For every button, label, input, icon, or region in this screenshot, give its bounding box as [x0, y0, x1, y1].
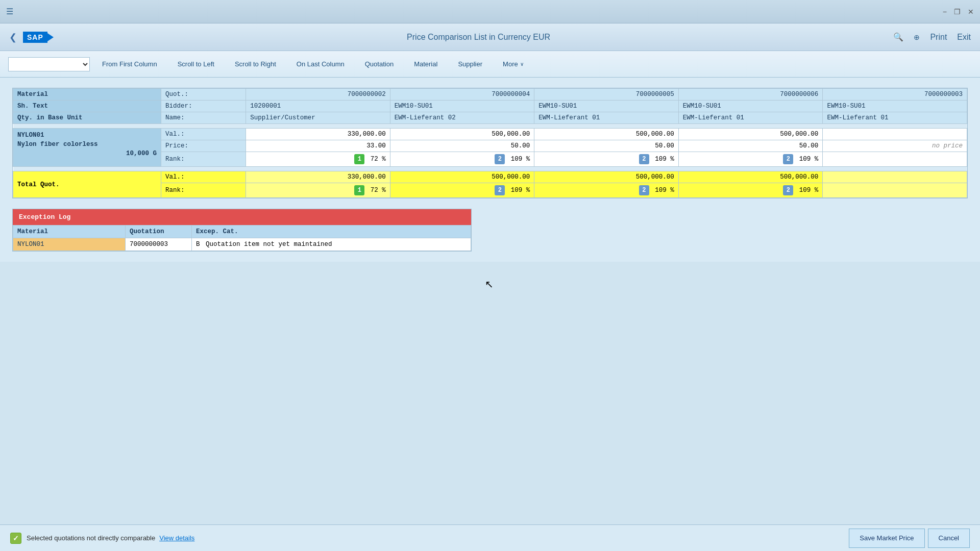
- price-table: Material Quot.: 7000000002 7000000004 70…: [13, 88, 967, 198]
- header-name-4: EWM-Lieferant 01: [678, 112, 823, 124]
- view-select[interactable]: [8, 57, 90, 71]
- save-market-price-button[interactable]: Save Market Price: [849, 529, 924, 548]
- total-val-col1: 330,000.00: [246, 171, 390, 183]
- exception-row: NYLON01 7000000003 B Quotation item not …: [13, 238, 471, 251]
- total-label: Total Quot.: [13, 171, 161, 198]
- rank-badge-4: 2: [783, 154, 793, 164]
- scroll-to-left-button[interactable]: Scroll to Left: [169, 55, 223, 73]
- app-header: ❮ SAP Price Comparison List in Currency …: [0, 23, 980, 51]
- rank-pct-1: 72 %: [371, 156, 386, 163]
- header-material-label: Material: [13, 89, 161, 101]
- val-col5: [823, 129, 967, 140]
- header-bidder-5: EWM10-SU01: [823, 101, 967, 112]
- val-col3: 500,000.00: [534, 129, 679, 140]
- rank-col3: 2 109 %: [534, 152, 679, 167]
- status-checkbox: ✓: [10, 533, 21, 544]
- exc-col-quotation: Quotation: [126, 226, 192, 238]
- header-shtext-label: Sh. Text: [13, 101, 161, 112]
- header-quot-3: 7000000005: [534, 89, 679, 101]
- exc-col-cat: Excep. Cat.: [192, 226, 471, 238]
- rank-badge-3: 2: [639, 154, 649, 164]
- header-quot-5: 7000000003: [823, 89, 967, 101]
- table-total-val: Total Quot. Val.: 330,000.00 500,000.00 …: [13, 171, 967, 183]
- scroll-to-right-button[interactable]: Scroll to Right: [227, 55, 284, 73]
- status-message: Selected quotations not directly compara…: [27, 534, 155, 542]
- title-bar: ☰ − ❐ ✕: [0, 0, 980, 23]
- exc-col-material: Material: [13, 226, 126, 238]
- exit-button[interactable]: Exit: [957, 33, 971, 42]
- on-last-column-button[interactable]: On Last Column: [288, 55, 353, 73]
- val-col4: 500,000.00: [678, 129, 823, 140]
- header-right-icons: 🔍 ⊕ Print Exit: [893, 32, 971, 42]
- total-val-col3: 500,000.00: [534, 171, 679, 183]
- header-bidder-1: 10200001: [246, 101, 390, 112]
- cancel-button[interactable]: Cancel: [928, 529, 970, 548]
- rank-pct-4: 109 %: [799, 156, 819, 163]
- price-col4: 50.00: [678, 140, 823, 152]
- total-rank-badge-1: 1: [354, 185, 364, 195]
- header-quot-label: Quot.:: [161, 89, 246, 101]
- total-rank-col2: 2 109 %: [390, 183, 534, 198]
- rank-col4: 2 109 %: [678, 152, 823, 167]
- price-col1: 33.00: [246, 140, 390, 152]
- price-col3: 50.00: [534, 140, 679, 152]
- table-header-bidder: Sh. Text Bidder: 10200001 EWM10-SU01 EWM…: [13, 101, 967, 112]
- header-name-2: EWM-Lieferant 02: [390, 112, 534, 124]
- rank-badge-1: 1: [354, 154, 364, 164]
- val-label: Val.:: [161, 129, 246, 140]
- header-name-label: Name:: [161, 112, 246, 124]
- table-header-quot: Material Quot.: 7000000002 7000000004 70…: [13, 89, 967, 101]
- rank-label: Rank:: [161, 152, 246, 167]
- total-rank-pct-4: 109 %: [799, 187, 819, 194]
- total-rank-badge-2: 2: [495, 185, 505, 195]
- main-content: Material Quot.: 7000000002 7000000004 70…: [0, 78, 980, 262]
- rank-pct-3: 109 %: [655, 156, 674, 163]
- header-quot-1: 7000000002: [246, 89, 390, 101]
- more-button[interactable]: More ∨: [495, 55, 532, 73]
- search-icon[interactable]: 🔍: [893, 32, 903, 42]
- price-table-container: Material Quot.: 7000000002 7000000004 70…: [12, 88, 968, 198]
- cursor: ↖: [485, 278, 494, 290]
- header-bidder-3: EWM10-SU01: [534, 101, 679, 112]
- exception-table: Material Quotation Excep. Cat. NYLON01 7…: [13, 225, 471, 251]
- table-row-val: NYLON01Nylon fiber colorless10,000 G Val…: [13, 129, 967, 140]
- total-val-col4: 500,000.00: [678, 171, 823, 183]
- exception-log-container: Exception Log Material Quotation Excep. …: [12, 209, 472, 252]
- sap-logo: SAP: [23, 32, 47, 43]
- price-label: Price:: [161, 140, 246, 152]
- menu-icon[interactable]: ☰: [6, 7, 13, 16]
- print-button[interactable]: Print: [930, 33, 947, 42]
- back-button[interactable]: ❮: [9, 32, 17, 43]
- minimize-btn[interactable]: −: [943, 8, 947, 16]
- total-val-label: Val.:: [161, 171, 246, 183]
- total-rank-label: Rank:: [161, 183, 246, 198]
- total-rank-col4: 2 109 %: [678, 183, 823, 198]
- rank-col2: 2 109 %: [390, 152, 534, 167]
- material-button[interactable]: Material: [406, 55, 446, 73]
- header-name-1: Supplier/Customer: [246, 112, 390, 124]
- header-bidder-2: EWM10-SU01: [390, 101, 534, 112]
- total-rank-badge-3: 2: [639, 185, 649, 195]
- price-col5: no price: [823, 140, 967, 152]
- header-bidder-4: EWM10-SU01: [678, 101, 823, 112]
- restore-btn[interactable]: ❐: [954, 8, 961, 16]
- header-quot-2: 7000000004: [390, 89, 534, 101]
- search-plus-icon[interactable]: ⊕: [914, 33, 920, 41]
- sap-logo-triangle: [47, 33, 54, 41]
- from-first-column-button[interactable]: From First Column: [94, 55, 165, 73]
- quotation-button[interactable]: Quotation: [357, 55, 402, 73]
- toolbar: From First Column Scroll to Left Scroll …: [0, 51, 980, 78]
- header-name-5: EWM-Lieferant 01: [823, 112, 967, 124]
- header-quot-4: 7000000006: [678, 89, 823, 101]
- header-bidder-label: Bidder:: [161, 101, 246, 112]
- material-name: NYLON01Nylon fiber colorless10,000 G: [13, 129, 161, 167]
- total-rank-col3: 2 109 %: [534, 183, 679, 198]
- view-details-link[interactable]: View details: [159, 534, 194, 542]
- rank-col5: [823, 152, 967, 167]
- close-btn[interactable]: ✕: [968, 8, 974, 16]
- supplier-button[interactable]: Supplier: [450, 55, 491, 73]
- total-rank-badge-4: 2: [783, 185, 793, 195]
- total-rank-pct-3: 109 %: [655, 187, 674, 194]
- header-qty-label: Qty. in Base Unit: [13, 112, 161, 124]
- exception-log-header: Exception Log: [13, 209, 471, 225]
